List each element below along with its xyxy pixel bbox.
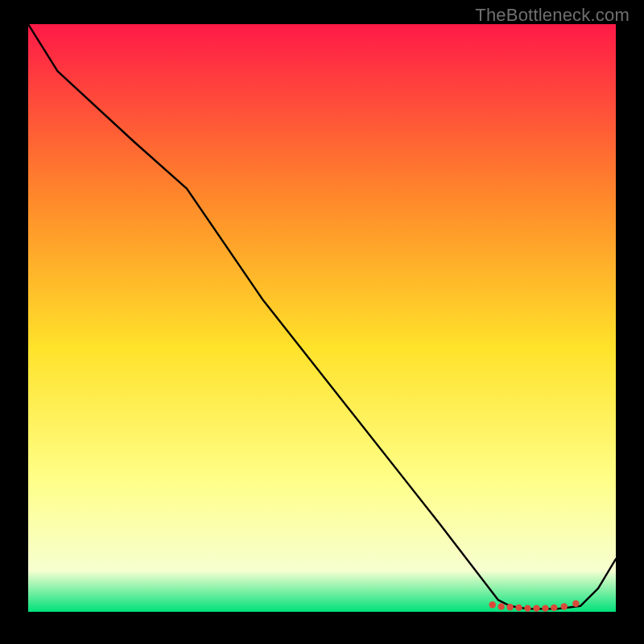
marker-point	[533, 605, 539, 611]
marker-point	[489, 601, 496, 608]
gradient-background	[28, 24, 616, 612]
marker-point	[572, 601, 579, 607]
marker-point	[561, 603, 568, 609]
chart-svg	[28, 24, 616, 612]
marker-point	[542, 605, 548, 611]
marker-point	[515, 605, 522, 611]
watermark-text: TheBottleneck.com	[475, 5, 630, 26]
marker-point	[524, 605, 530, 611]
marker-point	[551, 605, 557, 611]
marker-point	[497, 603, 504, 609]
marker-point	[506, 604, 513, 610]
chart-area	[28, 24, 616, 612]
